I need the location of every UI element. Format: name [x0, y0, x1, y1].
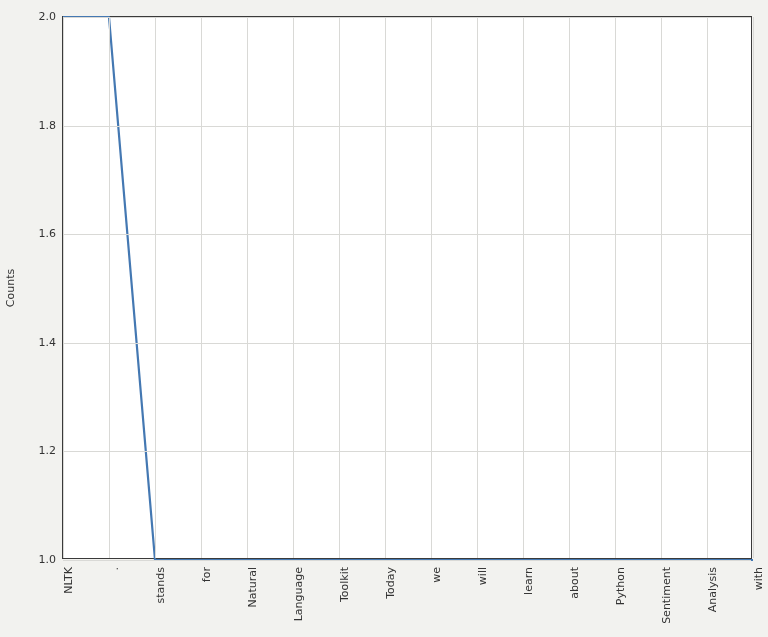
y-tick-label: 1.8 [32, 118, 56, 131]
x-tick-label: Sentiment [660, 567, 673, 637]
x-tick-label: will [476, 567, 489, 637]
x-tick-label: Today [384, 567, 397, 637]
gridline-vertical [431, 17, 432, 558]
gridline-vertical [293, 17, 294, 558]
x-tick-label: Natural [246, 567, 259, 637]
gridline-vertical [247, 17, 248, 558]
gridline-vertical [569, 17, 570, 558]
y-tick-label: 1.6 [32, 227, 56, 240]
gridline-horizontal [63, 560, 751, 561]
x-tick-label: Analysis [706, 567, 719, 637]
x-tick-label: Python [614, 567, 627, 637]
x-tick-label: Language [292, 567, 305, 637]
x-tick-label: NLTK [62, 567, 75, 637]
x-tick-label: about [568, 567, 581, 637]
gridline-vertical [385, 17, 386, 558]
plot-area [62, 16, 752, 559]
y-tick-label: 2.0 [32, 10, 56, 23]
gridline-horizontal [63, 343, 751, 344]
gridline-vertical [661, 17, 662, 558]
gridline-vertical [615, 17, 616, 558]
gridline-vertical [753, 17, 754, 558]
gridline-vertical [63, 17, 64, 558]
y-tick-label: 1.0 [32, 553, 56, 566]
gridline-horizontal [63, 126, 751, 127]
gridline-vertical [477, 17, 478, 558]
x-tick-label: with [752, 567, 765, 637]
y-tick-label: 1.2 [32, 444, 56, 457]
gridline-horizontal [63, 234, 751, 235]
figure: Counts NLTK.standsforNaturalLanguageTool… [0, 0, 768, 637]
gridline-vertical [155, 17, 156, 558]
x-tick-label: we [430, 567, 443, 637]
gridline-vertical [707, 17, 708, 558]
line-series [63, 17, 753, 560]
x-tick-label: Toolkit [338, 567, 351, 637]
gridline-horizontal [63, 17, 751, 18]
y-axis-label: Counts [4, 268, 17, 306]
x-tick-label: . [108, 567, 121, 637]
y-tick-label: 1.4 [32, 335, 56, 348]
x-tick-label: for [200, 567, 213, 637]
gridline-vertical [523, 17, 524, 558]
gridline-vertical [339, 17, 340, 558]
gridline-vertical [201, 17, 202, 558]
x-tick-label: learn [522, 567, 535, 637]
x-tick-label: stands [154, 567, 167, 637]
gridline-horizontal [63, 451, 751, 452]
gridline-vertical [109, 17, 110, 558]
